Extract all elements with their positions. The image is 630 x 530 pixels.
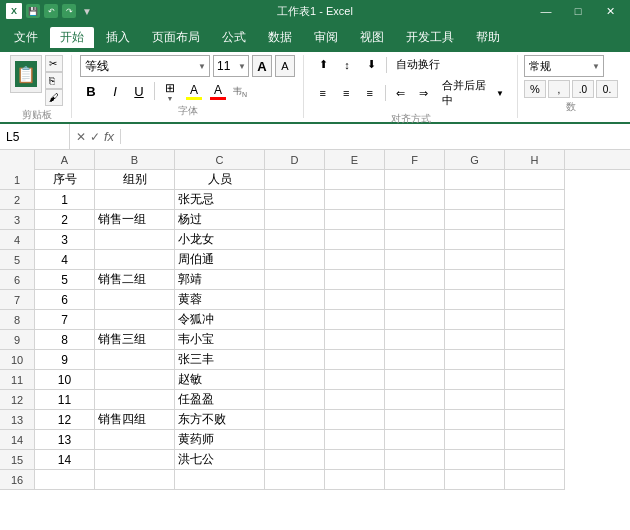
cell-H12[interactable] — [505, 390, 565, 410]
cell-G11[interactable] — [445, 370, 505, 390]
row-header-13[interactable]: 13 — [0, 410, 35, 430]
cell-E13[interactable] — [325, 410, 385, 430]
cell-D14[interactable] — [265, 430, 325, 450]
cell-H4[interactable] — [505, 230, 565, 250]
cell-B14[interactable] — [95, 430, 175, 450]
undo-button[interactable]: ↶ — [44, 4, 58, 18]
border-button[interactable]: ⊞ ▼ — [159, 81, 181, 102]
col-header-a[interactable]: A — [35, 150, 95, 170]
cell-C13[interactable]: 东方不败 — [175, 410, 265, 430]
row-header-12[interactable]: 12 — [0, 390, 35, 410]
menu-item-开发工具[interactable]: 开发工具 — [396, 27, 464, 48]
italic-button[interactable]: I — [104, 80, 126, 102]
row-header-3[interactable]: 3 — [0, 210, 35, 230]
row-header-8[interactable]: 8 — [0, 310, 35, 330]
cell-G16[interactable] — [445, 470, 505, 490]
cell-D2[interactable] — [265, 190, 325, 210]
increase-font-button[interactable]: A — [252, 55, 272, 77]
cell-H13[interactable] — [505, 410, 565, 430]
cell-G4[interactable] — [445, 230, 505, 250]
cell-D12[interactable] — [265, 390, 325, 410]
cell-A2[interactable]: 1 — [35, 190, 95, 210]
cell-G13[interactable] — [445, 410, 505, 430]
cell-C6[interactable]: 郭靖 — [175, 270, 265, 290]
paste-button[interactable]: 📋 — [10, 55, 42, 106]
cell-E2[interactable] — [325, 190, 385, 210]
redo-button[interactable]: ↷ — [62, 4, 76, 18]
cell-E10[interactable] — [325, 350, 385, 370]
cell-E14[interactable] — [325, 430, 385, 450]
cell-B5[interactable] — [95, 250, 175, 270]
cell-D5[interactable] — [265, 250, 325, 270]
fill-color-button[interactable]: A — [183, 83, 205, 100]
col-header-g[interactable]: G — [445, 150, 505, 170]
cell-A1[interactable]: 序号 — [35, 170, 95, 190]
menu-item-数据[interactable]: 数据 — [258, 27, 302, 48]
cell-H9[interactable] — [505, 330, 565, 350]
cell-F16[interactable] — [385, 470, 445, 490]
menu-item-插入[interactable]: 插入 — [96, 27, 140, 48]
cell-A15[interactable]: 14 — [35, 450, 95, 470]
cell-A3[interactable]: 2 — [35, 210, 95, 230]
menu-item-公式[interactable]: 公式 — [212, 27, 256, 48]
cell-B10[interactable] — [95, 350, 175, 370]
middle-align-button[interactable]: ↕ — [336, 56, 358, 74]
cell-D3[interactable] — [265, 210, 325, 230]
cell-G5[interactable] — [445, 250, 505, 270]
cell-B12[interactable] — [95, 390, 175, 410]
row-header-14[interactable]: 14 — [0, 430, 35, 450]
cell-F2[interactable] — [385, 190, 445, 210]
cell-A8[interactable]: 7 — [35, 310, 95, 330]
top-align-button[interactable]: ⬆ — [312, 56, 334, 74]
cell-F1[interactable] — [385, 170, 445, 190]
cell-C16[interactable] — [175, 470, 265, 490]
menu-item-帮助[interactable]: 帮助 — [466, 27, 510, 48]
cell-B6[interactable]: 销售二组 — [95, 270, 175, 290]
insert-function-icon[interactable]: fx — [104, 129, 114, 144]
cell-B16[interactable] — [95, 470, 175, 490]
cell-C14[interactable]: 黄药师 — [175, 430, 265, 450]
decrease-indent-button[interactable]: ⇐ — [390, 84, 412, 102]
cell-C1[interactable]: 人员 — [175, 170, 265, 190]
cell-A6[interactable]: 5 — [35, 270, 95, 290]
cell-D9[interactable] — [265, 330, 325, 350]
cell-A12[interactable]: 11 — [35, 390, 95, 410]
cell-B3[interactable]: 销售一组 — [95, 210, 175, 230]
bottom-align-button[interactable]: ⬇ — [360, 56, 382, 74]
cell-G2[interactable] — [445, 190, 505, 210]
cell-D1[interactable] — [265, 170, 325, 190]
menu-item-审阅[interactable]: 审阅 — [304, 27, 348, 48]
menu-item-页面布局[interactable]: 页面布局 — [142, 27, 210, 48]
cell-C11[interactable]: 赵敏 — [175, 370, 265, 390]
cell-G15[interactable] — [445, 450, 505, 470]
cell-E5[interactable] — [325, 250, 385, 270]
cell-C9[interactable]: 韦小宝 — [175, 330, 265, 350]
cell-A9[interactable]: 8 — [35, 330, 95, 350]
cell-F15[interactable] — [385, 450, 445, 470]
cell-F4[interactable] — [385, 230, 445, 250]
font-color-button[interactable]: A — [207, 83, 229, 100]
col-header-h[interactable]: H — [505, 150, 565, 170]
decrease-decimal-button[interactable]: 0. — [596, 80, 618, 98]
cell-G14[interactable] — [445, 430, 505, 450]
cell-F14[interactable] — [385, 430, 445, 450]
cell-F10[interactable] — [385, 350, 445, 370]
cell-E11[interactable] — [325, 370, 385, 390]
cell-H1[interactable] — [505, 170, 565, 190]
cell-E12[interactable] — [325, 390, 385, 410]
cell-H16[interactable] — [505, 470, 565, 490]
cell-G7[interactable] — [445, 290, 505, 310]
cell-C3[interactable]: 杨过 — [175, 210, 265, 230]
cell-E7[interactable] — [325, 290, 385, 310]
cell-C5[interactable]: 周伯通 — [175, 250, 265, 270]
row-header-11[interactable]: 11 — [0, 370, 35, 390]
cell-B13[interactable]: 销售四组 — [95, 410, 175, 430]
row-header-15[interactable]: 15 — [0, 450, 35, 470]
cell-G3[interactable] — [445, 210, 505, 230]
cell-E3[interactable] — [325, 210, 385, 230]
row-header-6[interactable]: 6 — [0, 270, 35, 290]
font-name-selector[interactable]: 等线 ▼ — [80, 55, 210, 77]
cell-D4[interactable] — [265, 230, 325, 250]
cell-A4[interactable]: 3 — [35, 230, 95, 250]
cell-D11[interactable] — [265, 370, 325, 390]
